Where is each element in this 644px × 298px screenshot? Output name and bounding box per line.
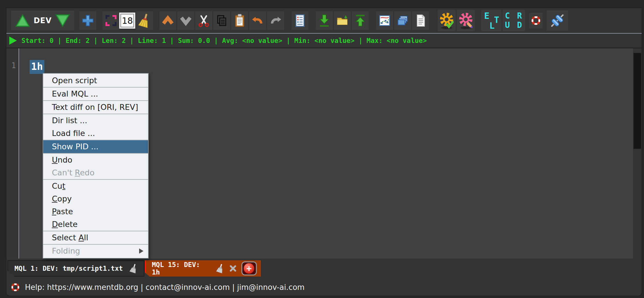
context-menu: Open script Eval MQL ... Text diff on [O… bbox=[43, 73, 149, 259]
windows-stack-icon bbox=[396, 14, 409, 27]
clean-broom-icon[interactable] bbox=[129, 264, 138, 273]
folder-icon bbox=[336, 14, 349, 27]
elt-letter-t: T bbox=[494, 16, 499, 24]
download-arrow-icon bbox=[318, 14, 331, 28]
scrollbar-thumb[interactable] bbox=[634, 53, 641, 149]
vertical-scrollbar[interactable] bbox=[633, 48, 642, 259]
cut-button[interactable] bbox=[195, 11, 212, 30]
undo-arrow-icon bbox=[251, 14, 264, 27]
connector-plug-icon bbox=[548, 12, 566, 30]
select-region-button[interactable] bbox=[103, 11, 119, 30]
deploy-down-triangle-icon bbox=[55, 14, 70, 27]
selection-stats: Start: 0 | End: 2 | Len: 2 | Line: 1 | S… bbox=[21, 37, 427, 44]
document-icon bbox=[414, 14, 427, 28]
menu-item-show-pid[interactable]: Show PID ... bbox=[43, 140, 148, 153]
menu-item-undo[interactable]: Undo bbox=[43, 154, 148, 166]
undo-button[interactable] bbox=[249, 11, 266, 30]
tab-mql-15-active[interactable]: MQL 15: DEV: 1h + bbox=[145, 260, 261, 277]
tab-title: MQL 1: DEV: tmp/script1.txt bbox=[14, 265, 123, 272]
edit-settings-button[interactable] bbox=[457, 10, 475, 31]
help-lifebuoy-button[interactable] bbox=[529, 13, 543, 28]
lifebuoy-icon bbox=[530, 15, 541, 26]
folder-button[interactable] bbox=[334, 11, 351, 30]
menu-item-copy[interactable]: Copy bbox=[43, 192, 148, 205]
copy-pages-icon bbox=[215, 14, 228, 27]
line-number-gutter: 1 bbox=[6, 48, 19, 259]
tab-mql-1[interactable]: MQL 1: DEV: tmp/script1.txt bbox=[8, 260, 144, 277]
menu-item-cant-redo: Can't Redo bbox=[43, 166, 148, 179]
clean-button[interactable] bbox=[136, 11, 153, 30]
paste-button[interactable] bbox=[231, 11, 248, 30]
scissors-icon bbox=[197, 14, 210, 27]
clipboard-icon bbox=[233, 14, 246, 28]
menu-item-open-script[interactable]: Open script bbox=[43, 74, 148, 87]
menu-item-folding: Folding bbox=[43, 245, 148, 257]
elt-button[interactable]: E L T bbox=[481, 10, 501, 31]
tab-title: MQL 15: DEV: 1h bbox=[152, 261, 211, 276]
crud-row-1: C R bbox=[505, 12, 523, 20]
menu-item-eval-mql[interactable]: Eval MQL ... bbox=[43, 88, 148, 100]
elt-letter-e: E bbox=[484, 12, 489, 20]
redo-arrow-icon bbox=[269, 14, 282, 27]
submenu-arrow-icon bbox=[139, 248, 143, 254]
menu-item-paste[interactable]: Paste bbox=[43, 205, 148, 218]
upload-arrow-icon bbox=[354, 14, 367, 28]
selected-text[interactable]: 1h bbox=[30, 60, 44, 74]
chart-button[interactable] bbox=[376, 11, 393, 30]
connect-button[interactable] bbox=[547, 10, 568, 31]
crud-row-2: U D bbox=[505, 21, 523, 30]
chevron-up-icon bbox=[161, 14, 174, 27]
help-bar: Help: https://www.mentdb.org | contact@i… bbox=[6, 277, 642, 296]
toolbar: DEV 18 bbox=[6, 8, 642, 33]
script-log-button[interactable] bbox=[292, 11, 308, 30]
add-button[interactable] bbox=[79, 11, 96, 30]
deploy-down-button[interactable] bbox=[55, 14, 70, 27]
deploy-up-button[interactable] bbox=[15, 14, 30, 27]
menu-item-cut[interactable]: Cut bbox=[43, 180, 148, 192]
plus-icon bbox=[81, 14, 94, 27]
menu-item-select-all[interactable]: Select All bbox=[43, 231, 148, 244]
chart-icon bbox=[378, 14, 391, 27]
corner-brackets-icon bbox=[105, 14, 117, 27]
env-deploy-group: DEV bbox=[11, 11, 74, 30]
chevron-down-icon bbox=[179, 14, 192, 27]
close-tab-icon[interactable] bbox=[229, 265, 237, 272]
environment-label: DEV bbox=[34, 16, 52, 25]
run-play-icon[interactable] bbox=[9, 37, 17, 45]
execute-settings-button[interactable] bbox=[438, 10, 456, 31]
tab-bar: MQL 1: DEV: tmp/script1.txt MQL 15: DEV:… bbox=[6, 259, 642, 277]
clean-broom-icon[interactable] bbox=[216, 264, 225, 273]
line-number: 1 bbox=[11, 61, 16, 70]
menu-item-load-file[interactable]: Load file ... bbox=[43, 127, 148, 140]
upload-button[interactable] bbox=[352, 11, 369, 30]
menu-item-text-diff[interactable]: Text diff on [ORI, REV] bbox=[43, 101, 148, 114]
download-button[interactable] bbox=[316, 11, 333, 30]
gear-pencil-icon bbox=[458, 12, 474, 30]
help-links-text: Help: https://www.mentdb.org | contact@i… bbox=[25, 283, 305, 292]
font-size-field[interactable]: 18 bbox=[119, 13, 135, 28]
crud-button[interactable]: C R U D bbox=[503, 10, 525, 31]
new-tab-button[interactable]: + bbox=[241, 261, 257, 275]
copy-button[interactable] bbox=[213, 11, 230, 30]
menu-item-delete[interactable]: Delete bbox=[43, 218, 148, 231]
gear-check-icon bbox=[439, 12, 455, 30]
plus-icon: + bbox=[244, 263, 254, 274]
statusbar: Start: 0 | End: 2 | Len: 2 | Line: 1 | S… bbox=[6, 34, 642, 48]
windows-button[interactable] bbox=[394, 11, 411, 30]
document-button[interactable] bbox=[412, 11, 429, 30]
menu-item-dir-list[interactable]: Dir list ... bbox=[43, 114, 148, 127]
redo-button[interactable] bbox=[267, 11, 284, 30]
broom-icon bbox=[138, 13, 151, 28]
scroll-up-button[interactable] bbox=[159, 11, 176, 30]
log-document-icon bbox=[294, 14, 306, 28]
scroll-down-button[interactable] bbox=[177, 11, 194, 30]
lifebuoy-icon bbox=[10, 282, 20, 292]
deploy-up-triangle-icon bbox=[15, 14, 30, 27]
